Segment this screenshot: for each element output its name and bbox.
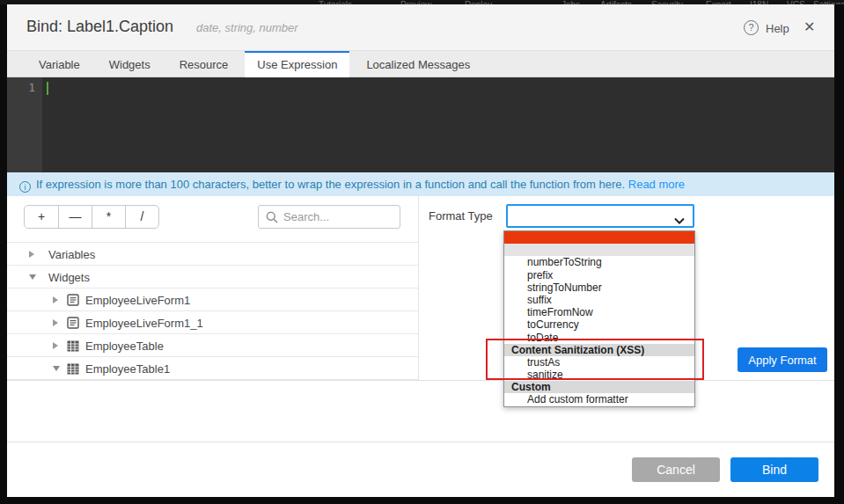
bind-dialog: Bind: Label1.Caption date, string, numbe… [7, 4, 834, 497]
panel-divider [418, 196, 419, 380]
dialog-subtitle: date, string, number [196, 21, 298, 34]
info-bar: If expression is more than 100 character… [7, 172, 834, 196]
caret-down-icon[interactable] [29, 274, 36, 280]
tab-use-expression[interactable]: Use Expression [245, 51, 349, 77]
dropdown-option-stringtonumber[interactable]: stringToNumber [504, 281, 694, 294]
caret-right-icon[interactable] [53, 319, 58, 326]
dropdown-option-trustas[interactable]: trustAs [504, 356, 694, 369]
chevron-down-icon [674, 212, 685, 228]
dropdown-option-tocurrency[interactable]: toCurrency [504, 318, 694, 331]
help-icon[interactable] [744, 20, 759, 35]
table-widget-icon [67, 340, 79, 355]
dialog-tabs: Variable Widgets Resource Use Expression… [7, 51, 834, 77]
format-type-label: Format Type [429, 209, 493, 223]
cancel-button[interactable]: Cancel [632, 457, 720, 482]
dialog-header: Bind: Label1.Caption date, string, numbe… [7, 4, 834, 51]
tree-item-employeeliveform1-1[interactable]: EmployeeLiveForm1_1 [7, 311, 418, 334]
tree-item-label: EmployeeTable1 [85, 362, 170, 376]
minus-operator-button[interactable]: — [58, 206, 92, 228]
apply-format-button[interactable]: Apply Format [738, 347, 827, 372]
caret-down-icon[interactable] [53, 366, 60, 371]
info-message: If expression is more than 100 character… [36, 178, 625, 191]
close-icon[interactable] [804, 18, 815, 35]
dropdown-option-prefix[interactable]: prefix [504, 269, 694, 281]
format-type-select[interactable] [506, 204, 694, 228]
search-box [258, 205, 400, 229]
bind-button[interactable]: Bind [730, 457, 818, 482]
tab-localized-messages[interactable]: Localized Messages [354, 51, 482, 77]
tree-item-variables[interactable]: Variables [7, 243, 418, 266]
format-type-dropdown-list: numberToString prefix stringToNumber suf… [503, 230, 695, 407]
editor-line-number: 1 [7, 81, 35, 94]
editor-gutter: 1 [7, 77, 42, 172]
tab-variable[interactable]: Variable [26, 51, 92, 77]
form-widget-icon [67, 294, 79, 310]
operator-button-group: + — * / [24, 205, 159, 229]
footer-divider [7, 442, 834, 442]
tab-resource[interactable]: Resource [167, 51, 241, 77]
tree-item-label: Widgets [48, 271, 90, 284]
tree-item-employeetable1[interactable]: EmployeeTable1 [7, 357, 418, 380]
help-link[interactable]: Help [766, 22, 789, 35]
dropdown-option-blank-selected[interactable] [504, 231, 694, 244]
divide-operator-button[interactable]: / [125, 206, 158, 228]
read-more-link[interactable]: Read more [628, 178, 685, 191]
dropdown-option-timefromnow[interactable]: timeFromNow [504, 306, 694, 318]
binding-tree: Variables Widgets EmployeeLiveForm1 [7, 242, 418, 380]
dropdown-group-custom: Custom [504, 381, 694, 393]
tree-item-employeeliveform1[interactable]: EmployeeLiveForm1 [7, 289, 418, 311]
info-icon [19, 181, 31, 193]
tree-item-label: EmployeeLiveForm1_1 [85, 317, 203, 330]
tree-item-employeetable[interactable]: EmployeeTable [7, 334, 418, 357]
tree-item-label: EmployeeTable [85, 340, 164, 353]
dropdown-group-blank [504, 244, 694, 256]
caret-right-icon[interactable] [29, 251, 34, 258]
dropdown-option-numbertostring[interactable]: numberToString [504, 256, 694, 268]
tab-widgets[interactable]: Widgets [97, 51, 163, 77]
editor-cursor [47, 82, 48, 95]
caret-right-icon[interactable] [53, 296, 58, 303]
dropdown-option-suffix[interactable]: suffix [504, 294, 694, 306]
plus-operator-button[interactable]: + [25, 206, 58, 228]
caret-right-icon[interactable] [53, 342, 58, 349]
tree-item-label: EmployeeLiveForm1 [85, 294, 190, 307]
dropdown-option-sanitize[interactable]: sanitize [504, 369, 694, 381]
table-widget-icon [67, 362, 79, 378]
dropdown-option-add-custom-formatter[interactable]: Add custom formatter [504, 393, 694, 405]
multiply-operator-button[interactable]: * [92, 206, 125, 228]
dropdown-group-content-sanitization: Content Sanitization (XSS) [504, 344, 694, 356]
tree-item-label: Variables [48, 248, 95, 261]
search-input[interactable] [283, 207, 396, 227]
tree-item-widgets[interactable]: Widgets [7, 266, 418, 289]
dialog-title: Bind: Label1.Caption [26, 18, 173, 36]
search-icon [266, 211, 278, 227]
expression-code-editor[interactable]: 1 [7, 77, 834, 172]
section-divider [7, 380, 834, 381]
dropdown-option-todate[interactable]: toDate [504, 332, 694, 344]
form-widget-icon [67, 317, 79, 332]
